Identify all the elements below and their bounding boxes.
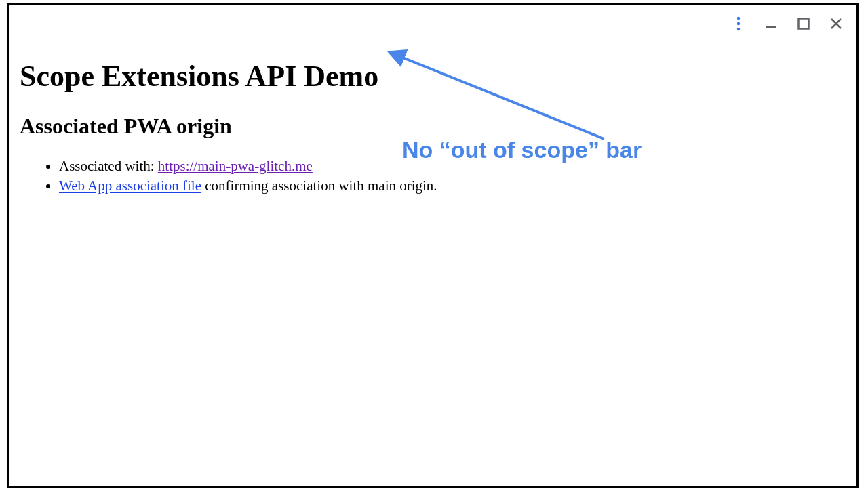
svg-point-1 bbox=[737, 22, 740, 25]
close-button[interactable] bbox=[828, 16, 844, 32]
page-content: Scope Extensions API Demo Associated PWA… bbox=[20, 59, 846, 196]
app-window: Scope Extensions API Demo Associated PWA… bbox=[7, 3, 859, 488]
svg-rect-4 bbox=[799, 19, 809, 29]
maximize-icon bbox=[797, 17, 810, 30]
minimize-button[interactable] bbox=[763, 16, 779, 32]
close-icon bbox=[829, 17, 843, 30]
maximize-button[interactable] bbox=[795, 16, 812, 32]
menu-button[interactable] bbox=[730, 16, 747, 32]
list-item-prefix: Associated with: bbox=[59, 158, 158, 174]
list-item: Web App association file confirming asso… bbox=[59, 176, 846, 196]
association-file-link[interactable]: Web App association file bbox=[59, 178, 201, 194]
annotation-label: No “out of scope” bar bbox=[402, 137, 642, 163]
page-title: Scope Extensions API Demo bbox=[20, 59, 846, 93]
svg-point-0 bbox=[737, 17, 740, 20]
svg-rect-3 bbox=[766, 26, 776, 28]
titlebar bbox=[9, 5, 856, 43]
minimize-icon bbox=[764, 17, 778, 30]
associated-origin-link[interactable]: https://main-pwa-glitch.me bbox=[158, 158, 313, 174]
section-title: Associated PWA origin bbox=[20, 114, 846, 139]
list-item-suffix: confirming association with main origin. bbox=[201, 178, 437, 194]
more-vert-icon bbox=[732, 16, 745, 31]
svg-point-2 bbox=[737, 28, 740, 30]
